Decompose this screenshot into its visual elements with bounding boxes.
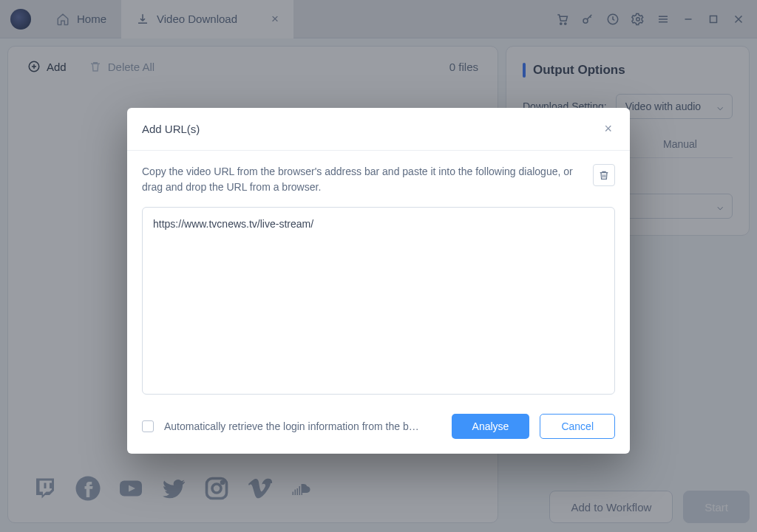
analyse-button[interactable]: Analyse — [452, 414, 530, 439]
cancel-button[interactable]: Cancel — [540, 414, 615, 439]
modal-instruction: Copy the video URL from the browser's ad… — [142, 164, 583, 195]
url-input[interactable]: https://www.tvcnews.tv/live-stream/ — [142, 207, 615, 395]
modal-title: Add URL(s) — [142, 123, 200, 135]
trash-icon — [598, 169, 610, 181]
modal-footer: Automatically retrieve the login informa… — [142, 414, 615, 439]
auto-login-checkbox[interactable] — [142, 420, 154, 432]
modal-body: Copy the video URL from the browser's ad… — [127, 151, 630, 454]
add-url-modal: Add URL(s) × Copy the video URL from the… — [127, 108, 630, 454]
clear-urls-button[interactable] — [593, 164, 615, 186]
close-icon[interactable]: × — [601, 118, 615, 140]
auto-login-label: Automatically retrieve the login informa… — [164, 420, 441, 432]
modal-header: Add URL(s) × — [127, 108, 630, 151]
